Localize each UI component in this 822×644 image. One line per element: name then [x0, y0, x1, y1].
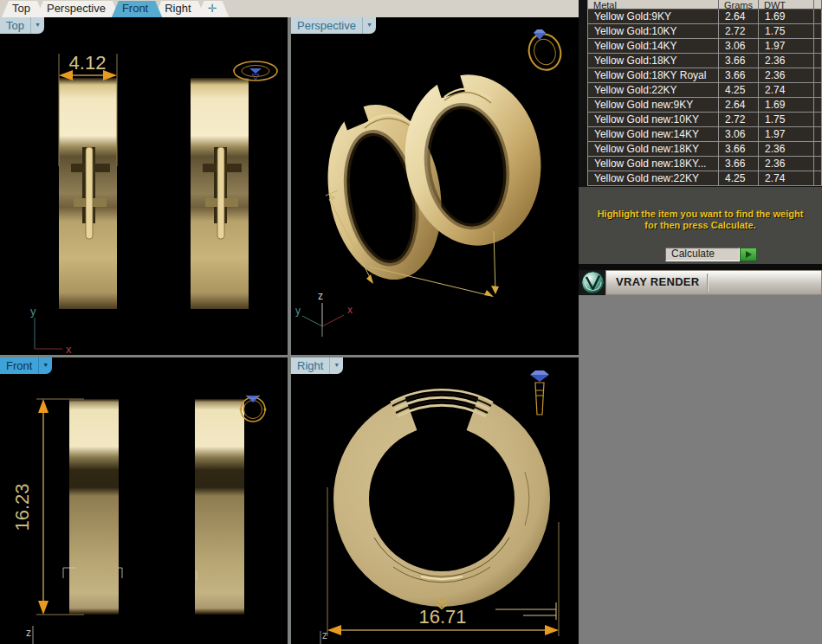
cell-dwt: 1.97 — [759, 127, 814, 141]
ring-orientation-icon — [234, 61, 277, 80]
vray-render-header[interactable]: VRAY RENDER — [605, 270, 822, 295]
axis-z-label: z — [322, 629, 327, 641]
instruction-line-2: for then press Calculate. — [579, 220, 822, 231]
dim-height-label: 16.23 — [11, 483, 33, 531]
tab-front[interactable]: Front — [112, 1, 162, 17]
table-row[interactable]: Yellow Gold new:14KY3.061.97 — [588, 127, 822, 142]
viewport-front[interactable]: 16.23 z Front ▼ — [0, 357, 288, 644]
tab-bar: TopPerspectiveFrontRight✛ — [0, 0, 579, 17]
dim-arrow-left-icon — [327, 625, 341, 635]
viewport-label-text[interactable]: Right — [291, 357, 329, 374]
cell-extra — [814, 68, 822, 82]
column-header[interactable]: Grams — [719, 0, 759, 10]
viewport-label-text[interactable]: Top — [0, 17, 30, 34]
table-row[interactable]: Yellow Gold:18KY Royal3.662.36 — [588, 68, 822, 83]
instruction-text: Highlight the item you want to find the … — [579, 209, 822, 231]
cell-metal: Yellow Gold new:14KY — [588, 127, 719, 141]
table-row[interactable]: Yellow Gold:14KY3.061.97 — [588, 39, 822, 54]
cell-metal: Yellow Gold:9KY — [588, 10, 719, 23]
cell-metal: Yellow Gold:18KY Royal — [588, 68, 719, 82]
cell-metal: Yellow Gold new:10KY — [588, 113, 719, 126]
viewport-label-perspective[interactable]: Perspective ▼ — [291, 17, 376, 34]
cell-dwt: 2.36 — [759, 142, 814, 156]
table-row[interactable]: Yellow Gold:9KY2.641.69 — [588, 10, 822, 24]
weight-table-zone: MetalGramsDWT Yellow Gold:9KY2.641.69Yel… — [579, 0, 822, 187]
viewport-canvas-front[interactable]: 16.23 z — [0, 357, 288, 644]
viewport-divider-vertical[interactable] — [288, 17, 291, 644]
viewport-canvas-top[interactable]: 4.12 y x — [0, 17, 288, 355]
dim-arrow-up-icon — [38, 399, 49, 413]
cell-metal: Yellow Gold:18KY — [588, 54, 719, 68]
table-row[interactable]: Yellow Gold:10KY2.721.75 — [588, 24, 822, 39]
cell-grams: 3.66 — [719, 157, 759, 171]
cell-dwt: 2.74 — [759, 171, 814, 185]
viewport-divider-horizontal[interactable] — [0, 355, 579, 357]
cell-grams: 2.64 — [719, 10, 759, 23]
table-row[interactable]: Yellow Gold new:18KY...3.662.36 — [588, 157, 822, 171]
viewport-label-top[interactable]: Top ▼ — [0, 17, 44, 34]
axis-y-label: y — [30, 305, 36, 318]
weight-table-header: MetalGramsDWT — [588, 0, 822, 10]
axis-x-label: x — [347, 304, 353, 316]
cell-extra — [814, 142, 822, 156]
chevron-down-icon[interactable]: ▼ — [30, 17, 44, 34]
axis-z-label: z — [318, 290, 323, 302]
table-row[interactable]: Yellow Gold new:18KY3.662.36 — [588, 142, 822, 157]
cell-metal: Yellow Gold new:22KY — [588, 171, 719, 185]
ring-orientation-icon — [524, 29, 565, 74]
cell-extra — [814, 54, 822, 68]
axis-z-label: z — [26, 627, 31, 639]
cell-dwt: 2.36 — [759, 157, 814, 171]
column-header[interactable]: DWT — [759, 0, 814, 10]
table-row[interactable]: Yellow Gold:22KY4.252.74 — [588, 83, 822, 98]
table-row[interactable]: Yellow Gold new:10KY2.721.75 — [588, 113, 822, 127]
cell-metal: Yellow Gold new:18KY... — [588, 157, 719, 171]
tab-right[interactable]: Right — [154, 1, 204, 17]
vray-logo-icon — [581, 271, 605, 294]
model-perspective-view — [314, 61, 552, 288]
cell-dwt: 1.97 — [759, 39, 814, 53]
table-row[interactable]: Yellow Gold new:22KY4.252.74 — [588, 171, 822, 186]
table-row[interactable]: Yellow Gold:18KY3.662.36 — [588, 54, 822, 68]
calculate-control: Calculate — [665, 248, 757, 261]
cell-extra — [814, 98, 822, 112]
instruction-line-1: Highlight the item you want to find the … — [579, 209, 822, 220]
cell-dwt: 2.36 — [759, 54, 814, 68]
table-row[interactable]: Yellow Gold new:9KY2.641.69 — [588, 98, 822, 113]
cell-grams: 2.64 — [719, 98, 759, 112]
viewport-perspective[interactable]: 4 z y x — [291, 17, 579, 355]
cell-dwt: 2.36 — [759, 68, 814, 82]
tab-perspective[interactable]: Perspective — [36, 1, 120, 17]
viewport-right[interactable]: 16.71 z Right ▼ — [291, 357, 579, 644]
viewport-top[interactable]: 4.12 y x Top ▼ — [0, 17, 288, 355]
axis-indicator: z — [26, 626, 33, 644]
chevron-down-icon[interactable]: ▼ — [362, 17, 376, 34]
axis-y-label: y — [295, 305, 301, 317]
model-front-view — [63, 399, 244, 615]
cell-dwt: 1.69 — [759, 98, 814, 112]
viewport-canvas-right[interactable]: 16.71 z — [291, 357, 579, 644]
panel-divider — [579, 264, 822, 270]
viewport-label-text[interactable]: Front — [0, 357, 38, 374]
dim-arrow-right-icon — [545, 625, 559, 635]
cell-dwt: 1.69 — [759, 10, 814, 23]
ring-orientation-icon — [530, 370, 549, 415]
calculate-zone: Highlight the item you want to find the … — [579, 187, 822, 264]
calculate-go-button[interactable] — [740, 248, 757, 261]
cell-extra — [814, 127, 822, 141]
viewport-canvas-perspective[interactable]: 4 z y x — [291, 17, 579, 355]
cell-grams: 4.25 — [719, 171, 759, 185]
chevron-down-icon[interactable]: ▼ — [329, 357, 343, 374]
dim-width-label: 16.71 — [418, 606, 466, 628]
viewport-label-right[interactable]: Right ▼ — [291, 357, 343, 374]
weight-table-body: Yellow Gold:9KY2.641.69Yellow Gold:10KY2… — [588, 10, 822, 186]
chevron-down-icon[interactable]: ▼ — [38, 357, 52, 374]
viewport-label-text[interactable]: Perspective — [291, 17, 362, 34]
axis-indicator: y x — [30, 305, 72, 355]
calculate-button[interactable]: Calculate — [665, 248, 740, 261]
viewport-label-front[interactable]: Front ▼ — [0, 357, 52, 374]
play-icon — [746, 251, 752, 258]
cell-grams: 2.72 — [719, 113, 759, 126]
cell-grams: 3.66 — [719, 68, 759, 82]
column-header[interactable]: Metal — [588, 0, 719, 10]
